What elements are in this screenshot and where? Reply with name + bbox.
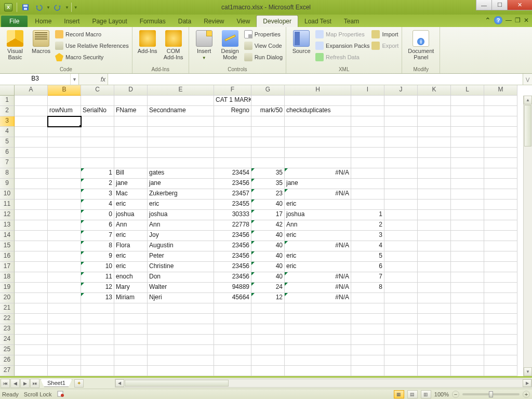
cell-E16[interactable]: Peter bbox=[148, 251, 214, 262]
cell-L22[interactable] bbox=[451, 314, 484, 324]
cell-K19[interactable] bbox=[418, 283, 451, 293]
row-header-12[interactable]: 12 bbox=[0, 210, 15, 220]
cell-L21[interactable] bbox=[451, 303, 484, 314]
cell-K15[interactable] bbox=[418, 241, 451, 251]
cell-A16[interactable] bbox=[15, 251, 48, 262]
cell-G8[interactable]: 35 bbox=[251, 168, 285, 179]
cell-E21[interactable] bbox=[148, 303, 214, 314]
cell-H18[interactable]: #N/A bbox=[285, 272, 351, 283]
cell-J24[interactable] bbox=[384, 335, 418, 345]
cell-I1[interactable] bbox=[351, 96, 384, 106]
cell-G10[interactable]: 23 bbox=[251, 189, 285, 200]
cell-J12[interactable] bbox=[384, 210, 418, 220]
cell-H25[interactable] bbox=[285, 345, 351, 355]
cell-K8[interactable] bbox=[418, 168, 451, 179]
cell-A20[interactable] bbox=[15, 293, 48, 303]
cell-H14[interactable]: eric bbox=[285, 231, 351, 241]
cell-M16[interactable] bbox=[484, 251, 517, 262]
cell-J5[interactable] bbox=[384, 137, 418, 148]
row-header-7[interactable]: 7 bbox=[0, 158, 15, 168]
cell-I6[interactable] bbox=[351, 148, 384, 158]
cell-M3[interactable] bbox=[484, 116, 517, 127]
cell-E22[interactable] bbox=[148, 314, 214, 324]
cell-D19[interactable]: Mary bbox=[114, 283, 148, 293]
cell-G18[interactable]: 40 bbox=[251, 272, 285, 283]
cell-G17[interactable]: 40 bbox=[251, 262, 285, 272]
relative-references-button[interactable]: Use Relative References bbox=[55, 41, 129, 51]
col-header-C[interactable]: C bbox=[81, 85, 114, 96]
row-header-17[interactable]: 17 bbox=[0, 262, 15, 272]
cell-B17[interactable] bbox=[48, 262, 81, 272]
cell-A27[interactable] bbox=[15, 366, 48, 376]
zoom-out-button[interactable]: − bbox=[452, 391, 459, 398]
cell-C10[interactable]: 3 bbox=[81, 189, 114, 200]
properties-button[interactable]: Properties bbox=[244, 29, 283, 39]
cell-J27[interactable] bbox=[384, 366, 418, 376]
tab-load-test[interactable]: Load Test bbox=[298, 16, 338, 27]
cell-A17[interactable] bbox=[15, 262, 48, 272]
cell-A6[interactable] bbox=[15, 148, 48, 158]
cell-M22[interactable] bbox=[484, 314, 517, 324]
workbook-minimize-icon[interactable]: — bbox=[506, 17, 512, 24]
cell-E19[interactable]: Walter bbox=[148, 283, 214, 293]
cell-H17[interactable]: eric bbox=[285, 262, 351, 272]
cell-E14[interactable]: Joy bbox=[148, 231, 214, 241]
cell-D17[interactable]: eric bbox=[114, 262, 148, 272]
cell-M2[interactable] bbox=[484, 106, 517, 116]
macros-button[interactable]: Macros bbox=[29, 28, 53, 54]
cell-A14[interactable] bbox=[15, 231, 48, 241]
cell-A22[interactable] bbox=[15, 314, 48, 324]
row-header-4[interactable]: 4 bbox=[0, 127, 15, 137]
workbook-restore-icon[interactable]: ❐ bbox=[515, 17, 521, 24]
cell-D1[interactable] bbox=[114, 96, 148, 106]
cell-I9[interactable] bbox=[351, 179, 384, 189]
source-button[interactable]: Source bbox=[289, 28, 313, 54]
cell-D15[interactable]: Flora bbox=[114, 241, 148, 251]
cell-B14[interactable] bbox=[48, 231, 81, 241]
cell-M7[interactable] bbox=[484, 158, 517, 168]
cell-K1[interactable] bbox=[418, 96, 451, 106]
cell-B16[interactable] bbox=[48, 251, 81, 262]
redo-dropdown-icon[interactable]: ▼ bbox=[65, 5, 69, 10]
cell-C2[interactable]: SerialNo bbox=[81, 106, 114, 116]
cell-F13[interactable]: 22778 bbox=[214, 220, 251, 231]
cell-C4[interactable] bbox=[81, 127, 114, 137]
cell-I13[interactable]: 2 bbox=[351, 220, 384, 231]
cell-L26[interactable] bbox=[451, 355, 484, 366]
cell-F19[interactable]: 94889 bbox=[214, 283, 251, 293]
cell-C18[interactable]: 11 bbox=[81, 272, 114, 283]
cell-E25[interactable] bbox=[148, 345, 214, 355]
com-addins-button[interactable]: COM Add-Ins bbox=[162, 28, 185, 60]
cell-D12[interactable]: joshua bbox=[114, 210, 148, 220]
cell-B19[interactable] bbox=[48, 283, 81, 293]
cell-G23[interactable] bbox=[251, 324, 285, 335]
cell-L2[interactable] bbox=[451, 106, 484, 116]
cell-M18[interactable] bbox=[484, 272, 517, 283]
cell-I22[interactable] bbox=[351, 314, 384, 324]
cell-D13[interactable]: Ann bbox=[114, 220, 148, 231]
cell-K22[interactable] bbox=[418, 314, 451, 324]
cell-K26[interactable] bbox=[418, 355, 451, 366]
cell-F10[interactable]: 23457 bbox=[214, 189, 251, 200]
cell-B15[interactable] bbox=[48, 241, 81, 251]
cell-L6[interactable] bbox=[451, 148, 484, 158]
name-box-value[interactable]: B3 bbox=[0, 74, 70, 85]
cell-F14[interactable]: 23456 bbox=[214, 231, 251, 241]
cell-H13[interactable]: Ann bbox=[285, 220, 351, 231]
cell-H7[interactable] bbox=[285, 158, 351, 168]
cell-M19[interactable] bbox=[484, 283, 517, 293]
cell-D14[interactable]: eric bbox=[114, 231, 148, 241]
cell-H4[interactable] bbox=[285, 127, 351, 137]
cell-L8[interactable] bbox=[451, 168, 484, 179]
file-tab[interactable]: File bbox=[1, 16, 28, 27]
cell-D8[interactable]: Bill bbox=[114, 168, 148, 179]
cell-G24[interactable] bbox=[251, 335, 285, 345]
cell-A19[interactable] bbox=[15, 283, 48, 293]
cell-E26[interactable] bbox=[148, 355, 214, 366]
cell-E3[interactable] bbox=[148, 116, 214, 127]
cell-M20[interactable] bbox=[484, 293, 517, 303]
cell-L10[interactable] bbox=[451, 189, 484, 200]
cell-H27[interactable] bbox=[285, 366, 351, 376]
redo-icon[interactable] bbox=[51, 2, 64, 13]
cell-E24[interactable] bbox=[148, 335, 214, 345]
